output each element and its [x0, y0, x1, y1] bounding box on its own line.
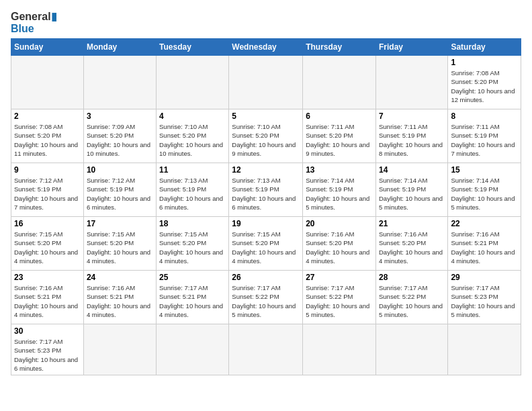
calendar-day-cell: 4 Sunrise: 7:10 AM Sunset: 5:20 PM Dayli…	[157, 109, 229, 163]
day-info: Sunrise: 7:15 AM Sunset: 5:20 PM Dayligh…	[87, 230, 153, 265]
day-number: 9	[14, 165, 81, 175]
calendar-day-cell: 29 Sunrise: 7:17 AM Sunset: 5:23 PM Dayl…	[448, 271, 521, 324]
day-info: Sunrise: 7:16 AM Sunset: 5:21 PM Dayligh…	[87, 283, 153, 319]
day-number: 10	[87, 165, 153, 175]
day-number: 13	[306, 165, 373, 175]
day-info: Sunrise: 7:13 AM Sunset: 5:19 PM Dayligh…	[232, 176, 300, 212]
calendar-day-cell: 17 Sunrise: 7:15 AM Sunset: 5:20 PM Dayl…	[83, 217, 156, 271]
day-number: 4	[159, 111, 226, 121]
day-info: Sunrise: 7:08 AM Sunset: 5:20 PM Dayligh…	[14, 122, 81, 158]
day-info: Sunrise: 7:08 AM Sunset: 5:20 PM Dayligh…	[451, 68, 518, 104]
calendar-day-cell: 18 Sunrise: 7:15 AM Sunset: 5:20 PM Dayl…	[157, 217, 229, 271]
calendar-day-cell: 9 Sunrise: 7:12 AM Sunset: 5:19 PM Dayli…	[11, 163, 84, 217]
header-tuesday: Tuesday	[157, 39, 229, 56]
day-number: 8	[451, 111, 518, 121]
calendar-week-row: 9 Sunrise: 7:12 AM Sunset: 5:19 PM Dayli…	[11, 163, 521, 217]
day-info: Sunrise: 7:17 AM Sunset: 5:22 PM Dayligh…	[379, 283, 445, 319]
calendar-day-cell: 11 Sunrise: 7:13 AM Sunset: 5:19 PM Dayl…	[157, 163, 229, 217]
day-info: Sunrise: 7:17 AM Sunset: 5:22 PM Dayligh…	[232, 283, 300, 319]
day-number: 30	[14, 326, 81, 336]
day-info: Sunrise: 7:17 AM Sunset: 5:23 PM Dayligh…	[14, 337, 81, 373]
day-info: Sunrise: 7:14 AM Sunset: 5:19 PM Dayligh…	[451, 176, 518, 212]
day-info: Sunrise: 7:17 AM Sunset: 5:21 PM Dayligh…	[159, 283, 226, 319]
calendar-day-cell: 19 Sunrise: 7:15 AM Sunset: 5:20 PM Dayl…	[229, 217, 303, 271]
calendar-day-cell	[11, 56, 84, 109]
day-info: Sunrise: 7:11 AM Sunset: 5:20 PM Dayligh…	[306, 122, 373, 158]
day-number: 2	[14, 111, 81, 121]
day-number: 27	[306, 273, 373, 282]
calendar-day-cell: 6 Sunrise: 7:11 AM Sunset: 5:20 PM Dayli…	[303, 109, 376, 163]
calendar-day-cell: 1 Sunrise: 7:08 AM Sunset: 5:20 PM Dayli…	[448, 56, 521, 109]
calendar-day-cell	[448, 324, 521, 375]
day-info: Sunrise: 7:13 AM Sunset: 5:19 PM Dayligh…	[159, 176, 226, 212]
day-info: Sunrise: 7:10 AM Sunset: 5:20 PM Dayligh…	[232, 122, 300, 158]
day-info: Sunrise: 7:17 AM Sunset: 5:23 PM Dayligh…	[451, 283, 518, 319]
header-friday: Friday	[375, 39, 447, 56]
calendar-day-cell	[83, 56, 156, 109]
calendar-day-cell: 25 Sunrise: 7:17 AM Sunset: 5:21 PM Dayl…	[157, 271, 229, 324]
day-info: Sunrise: 7:11 AM Sunset: 5:19 PM Dayligh…	[379, 122, 445, 158]
day-number: 16	[14, 219, 81, 228]
calendar-day-cell: 12 Sunrise: 7:13 AM Sunset: 5:19 PM Dayl…	[229, 163, 303, 217]
day-number: 29	[451, 273, 518, 282]
calendar-day-cell	[229, 324, 303, 375]
day-number: 18	[159, 219, 226, 228]
header-saturday: Saturday	[448, 39, 521, 56]
day-number: 11	[159, 165, 226, 175]
calendar-day-cell: 30 Sunrise: 7:17 AM Sunset: 5:23 PM Dayl…	[11, 324, 84, 375]
calendar-day-cell: 14 Sunrise: 7:14 AM Sunset: 5:19 PM Dayl…	[375, 163, 447, 217]
calendar-day-cell	[229, 56, 303, 109]
calendar-day-cell: 7 Sunrise: 7:11 AM Sunset: 5:19 PM Dayli…	[375, 109, 447, 163]
calendar-day-cell: 13 Sunrise: 7:14 AM Sunset: 5:19 PM Dayl…	[303, 163, 376, 217]
calendar-day-cell: 21 Sunrise: 7:16 AM Sunset: 5:20 PM Dayl…	[375, 217, 447, 271]
calendar-day-cell: 5 Sunrise: 7:10 AM Sunset: 5:20 PM Dayli…	[229, 109, 303, 163]
calendar-day-cell: 22 Sunrise: 7:16 AM Sunset: 5:21 PM Dayl…	[448, 217, 521, 271]
day-number: 19	[232, 219, 300, 228]
day-number: 12	[232, 165, 300, 175]
calendar-day-cell	[83, 324, 156, 375]
day-info: Sunrise: 7:15 AM Sunset: 5:20 PM Dayligh…	[232, 230, 300, 265]
day-number: 6	[306, 111, 373, 121]
day-info: Sunrise: 7:16 AM Sunset: 5:20 PM Dayligh…	[379, 230, 445, 265]
calendar-header-row: Sunday Monday Tuesday Wednesday Thursday…	[11, 39, 521, 56]
day-number: 28	[379, 273, 445, 282]
calendar-day-cell: 10 Sunrise: 7:12 AM Sunset: 5:19 PM Dayl…	[83, 163, 156, 217]
day-info: Sunrise: 7:16 AM Sunset: 5:21 PM Dayligh…	[14, 283, 81, 319]
header-thursday: Thursday	[303, 39, 376, 56]
day-number: 14	[379, 165, 445, 175]
calendar-day-cell: 26 Sunrise: 7:17 AM Sunset: 5:22 PM Dayl…	[229, 271, 303, 324]
day-info: Sunrise: 7:12 AM Sunset: 5:19 PM Dayligh…	[87, 176, 153, 212]
calendar-day-cell	[375, 56, 447, 109]
header-monday: Monday	[83, 39, 156, 56]
header-wednesday: Wednesday	[229, 39, 303, 56]
calendar-week-row: 16 Sunrise: 7:15 AM Sunset: 5:20 PM Dayl…	[11, 217, 521, 271]
day-info: Sunrise: 7:10 AM Sunset: 5:20 PM Dayligh…	[159, 122, 226, 158]
calendar-day-cell: 24 Sunrise: 7:16 AM Sunset: 5:21 PM Dayl…	[83, 271, 156, 324]
day-number: 1	[451, 58, 518, 67]
calendar-day-cell: 20 Sunrise: 7:16 AM Sunset: 5:20 PM Dayl…	[303, 217, 376, 271]
calendar-week-row: 1 Sunrise: 7:08 AM Sunset: 5:20 PM Dayli…	[11, 56, 521, 109]
page-header: General▮ Blue	[11, 11, 521, 34]
calendar-day-cell: 28 Sunrise: 7:17 AM Sunset: 5:22 PM Dayl…	[375, 271, 447, 324]
calendar-day-cell: 16 Sunrise: 7:15 AM Sunset: 5:20 PM Dayl…	[11, 217, 84, 271]
day-info: Sunrise: 7:11 AM Sunset: 5:19 PM Dayligh…	[451, 122, 518, 158]
day-number: 24	[87, 273, 153, 282]
calendar-day-cell	[303, 324, 376, 375]
calendar-table: Sunday Monday Tuesday Wednesday Thursday…	[11, 38, 521, 375]
day-number: 20	[306, 219, 373, 228]
day-info: Sunrise: 7:15 AM Sunset: 5:20 PM Dayligh…	[159, 230, 226, 265]
day-info: Sunrise: 7:09 AM Sunset: 5:20 PM Dayligh…	[87, 122, 153, 158]
day-number: 25	[159, 273, 226, 282]
calendar-week-row: 2 Sunrise: 7:08 AM Sunset: 5:20 PM Dayli…	[11, 109, 521, 163]
day-number: 21	[379, 219, 445, 228]
day-info: Sunrise: 7:15 AM Sunset: 5:20 PM Dayligh…	[14, 230, 81, 265]
calendar-week-row: 30 Sunrise: 7:17 AM Sunset: 5:23 PM Dayl…	[11, 324, 521, 375]
day-info: Sunrise: 7:16 AM Sunset: 5:21 PM Dayligh…	[451, 230, 518, 265]
day-info: Sunrise: 7:16 AM Sunset: 5:20 PM Dayligh…	[306, 230, 373, 265]
day-number: 23	[14, 273, 81, 282]
header-sunday: Sunday	[11, 39, 84, 56]
calendar-day-cell: 15 Sunrise: 7:14 AM Sunset: 5:19 PM Dayl…	[448, 163, 521, 217]
day-number: 7	[379, 111, 445, 121]
calendar-week-row: 23 Sunrise: 7:16 AM Sunset: 5:21 PM Dayl…	[11, 271, 521, 324]
day-info: Sunrise: 7:14 AM Sunset: 5:19 PM Dayligh…	[306, 176, 373, 212]
